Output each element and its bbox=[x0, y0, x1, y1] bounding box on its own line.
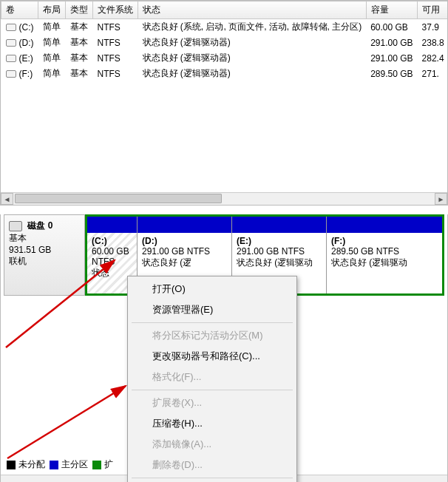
cell-capacity: 289.50 GB bbox=[366, 66, 417, 81]
disk-size: 931.51 GB bbox=[9, 245, 80, 255]
volume-list-pane: 卷 布局 类型 文件系统 状态 容量 可用 (C:)简单基本NTFS状态良好 (… bbox=[0, 0, 448, 206]
cell-fs: NTFS bbox=[93, 35, 138, 50]
legend-unalloc: 未分配 bbox=[18, 459, 45, 469]
cell-free: 282.4 bbox=[418, 50, 448, 66]
cell-type: 基本 bbox=[66, 50, 93, 66]
scroll-left-button[interactable]: ◄ bbox=[1, 193, 13, 205]
partition-letter: (E:) bbox=[237, 236, 322, 246]
partition-status: 状态良好 (逻辑驱动 bbox=[237, 257, 322, 269]
cell-layout: 简单 bbox=[38, 66, 66, 81]
cell-capacity: 60.00 GB bbox=[366, 19, 417, 35]
partition-size: 291.00 GB NTFS bbox=[237, 246, 322, 257]
drive-icon bbox=[6, 24, 16, 31]
cell-capacity: 291.00 GB bbox=[366, 50, 417, 66]
drive-icon bbox=[6, 39, 16, 47]
disk-state: 联机 bbox=[9, 255, 80, 268]
disk-label: 磁盘 0 bbox=[27, 220, 52, 231]
ctx-shrink-volume[interactable]: 压缩卷(H)... bbox=[130, 413, 294, 434]
cell-capacity: 291.00 GB bbox=[366, 35, 417, 50]
col-status[interactable]: 状态 bbox=[138, 1, 367, 19]
partition-letter: (F:) bbox=[331, 236, 438, 246]
cell-drive: (E:) bbox=[1, 50, 38, 66]
cell-layout: 简单 bbox=[38, 50, 66, 66]
partition-topbar bbox=[232, 217, 326, 233]
legend: 未分配 主分区 扩 bbox=[7, 458, 113, 471]
partition-size: 60.00 GB NTFS bbox=[92, 246, 132, 267]
partition-topbar bbox=[138, 217, 231, 233]
ctx-explorer[interactable]: 资源管理器(E) bbox=[130, 299, 294, 320]
disk-header[interactable]: 磁盘 0 基本 931.51 GB 联机 bbox=[4, 214, 85, 296]
cell-status: 状态良好 (系统, 启动, 页面文件, 活动, 故障转储, 主分区) bbox=[138, 19, 367, 35]
context-menu: 打开(O) 资源管理器(E) 将分区标记为活动分区(M) 更改驱动器号和路径(C… bbox=[127, 276, 297, 482]
scroll-thumb[interactable] bbox=[15, 194, 222, 203]
ctx-change-drive-letter[interactable]: 更改驱动器号和路径(C)... bbox=[130, 346, 294, 367]
cell-fs: NTFS bbox=[93, 66, 138, 81]
cell-type: 基本 bbox=[66, 66, 93, 81]
ctx-format: 格式化(F)... bbox=[130, 367, 294, 387]
swatch-unallocated bbox=[7, 461, 16, 469]
cell-layout: 简单 bbox=[38, 19, 66, 35]
partition-topbar bbox=[327, 217, 442, 233]
disk-type: 基本 bbox=[9, 232, 80, 245]
table-header-row: 卷 布局 类型 文件系统 状态 容量 可用 bbox=[1, 1, 449, 19]
scroll-track[interactable] bbox=[13, 193, 435, 205]
partition-letter: (C:) bbox=[92, 236, 132, 246]
partition-size: 289.50 GB NTFS bbox=[331, 246, 438, 257]
cell-drive: (D:) bbox=[1, 35, 38, 50]
swatch-extended bbox=[92, 461, 101, 469]
cell-drive: (C:) bbox=[1, 19, 38, 35]
horizontal-scrollbar[interactable]: ◄ ► bbox=[1, 192, 447, 205]
partition-status: 状态 bbox=[92, 267, 132, 279]
legend-primary: 主分区 bbox=[61, 459, 88, 469]
partition-topbar bbox=[87, 217, 137, 233]
cell-layout: 简单 bbox=[38, 35, 66, 50]
drive-icon bbox=[6, 55, 16, 62]
swatch-primary bbox=[50, 461, 58, 469]
table-row[interactable]: (F:)简单基本NTFS状态良好 (逻辑驱动器)289.50 GB271. bbox=[1, 66, 449, 81]
ctx-mark-active: 将分区标记为活动分区(M) bbox=[130, 325, 294, 346]
table-row[interactable]: (C:)简单基本NTFS状态良好 (系统, 启动, 页面文件, 活动, 故障转储… bbox=[1, 19, 449, 35]
cell-status: 状态良好 (逻辑驱动器) bbox=[138, 50, 367, 66]
partition-status: 状态良好 (逻 bbox=[142, 257, 227, 269]
col-layout[interactable]: 布局 bbox=[38, 1, 66, 19]
cell-free: 37.9 bbox=[418, 19, 448, 35]
cell-fs: NTFS bbox=[93, 19, 138, 35]
legend-ext: 扩 bbox=[104, 459, 113, 469]
cell-drive: (F:) bbox=[1, 66, 38, 81]
partition-size: 291.00 GB NTFS bbox=[142, 246, 227, 257]
partition-letter: (D:) bbox=[142, 236, 227, 246]
col-fs[interactable]: 文件系统 bbox=[93, 1, 138, 19]
ctx-extend-volume: 扩展卷(X)... bbox=[130, 393, 294, 413]
table-row[interactable]: (E:)简单基本NTFS状态良好 (逻辑驱动器)291.00 GB282.4 bbox=[1, 50, 449, 66]
table-row[interactable]: (D:)简单基本NTFS状态良好 (逻辑驱动器)291.00 GB238.8 bbox=[1, 35, 449, 50]
ctx-separator bbox=[132, 390, 293, 390]
cell-type: 基本 bbox=[66, 35, 93, 50]
cell-status: 状态良好 (逻辑驱动器) bbox=[138, 35, 367, 50]
partition-f[interactable]: (F:) 289.50 GB NTFS 状态良好 (逻辑驱动 bbox=[326, 217, 442, 293]
cell-type: 基本 bbox=[66, 19, 93, 35]
ctx-add-mirror: 添加镜像(A)... bbox=[130, 434, 294, 455]
cell-free: 271. bbox=[418, 66, 448, 81]
col-type[interactable]: 类型 bbox=[66, 1, 93, 19]
col-volume[interactable]: 卷 bbox=[1, 1, 38, 19]
ctx-delete-volume: 删除卷(D)... bbox=[130, 455, 294, 475]
scroll-right-button[interactable]: ► bbox=[435, 193, 447, 205]
partition-status: 状态良好 (逻辑驱动 bbox=[331, 257, 438, 269]
ctx-separator bbox=[132, 478, 293, 478]
col-capacity[interactable]: 容量 bbox=[366, 1, 417, 19]
drive-icon bbox=[6, 70, 16, 78]
cell-status: 状态良好 (逻辑驱动器) bbox=[138, 66, 367, 81]
ctx-separator bbox=[132, 322, 293, 323]
ctx-open[interactable]: 打开(O) bbox=[130, 279, 294, 299]
disk-icon bbox=[9, 221, 22, 231]
col-free[interactable]: 可用 bbox=[418, 1, 448, 19]
cell-fs: NTFS bbox=[93, 50, 138, 66]
volume-table[interactable]: 卷 布局 类型 文件系统 状态 容量 可用 (C:)简单基本NTFS状态良好 (… bbox=[1, 1, 448, 81]
cell-free: 238.8 bbox=[418, 35, 448, 50]
